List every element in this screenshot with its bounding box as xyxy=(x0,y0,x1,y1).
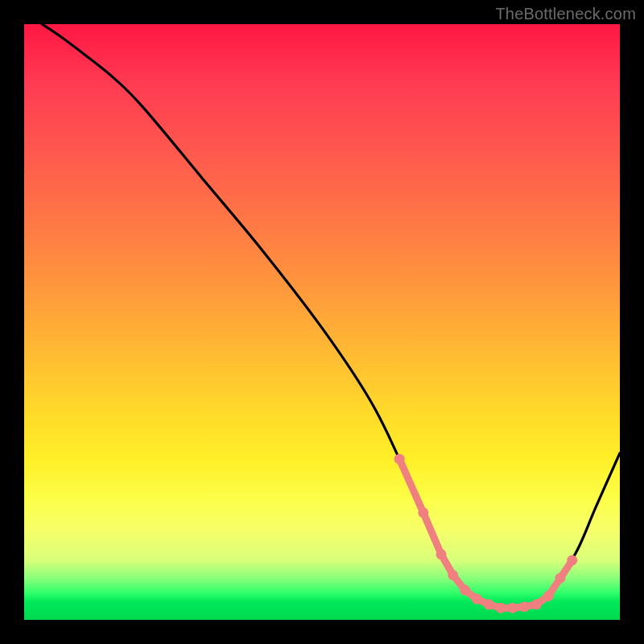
highlight-dot xyxy=(507,603,518,613)
highlight-dot xyxy=(496,603,506,613)
highlight-dot xyxy=(484,599,494,609)
highlight-segment xyxy=(399,459,423,513)
highlight-dot xyxy=(436,549,447,559)
highlight-dot xyxy=(472,594,482,605)
watermark-text: TheBottleneck.com xyxy=(495,5,636,23)
chart-frame: TheBottleneck.com xyxy=(0,0,644,644)
highlight-dot xyxy=(555,573,566,584)
highlight-segment xyxy=(423,513,441,555)
highlight-dots xyxy=(394,454,578,613)
highlight-dot xyxy=(531,599,542,609)
highlight-dot xyxy=(543,591,554,601)
bottleneck-curve xyxy=(42,24,620,609)
highlight-dot xyxy=(418,507,428,518)
plot-area xyxy=(24,24,620,620)
highlight-dot xyxy=(567,555,577,566)
highlight-dot xyxy=(460,585,470,596)
curve-layer xyxy=(24,24,620,620)
highlight-dot xyxy=(519,601,530,612)
highlight-dot xyxy=(448,570,458,580)
highlight-dot xyxy=(394,454,405,464)
